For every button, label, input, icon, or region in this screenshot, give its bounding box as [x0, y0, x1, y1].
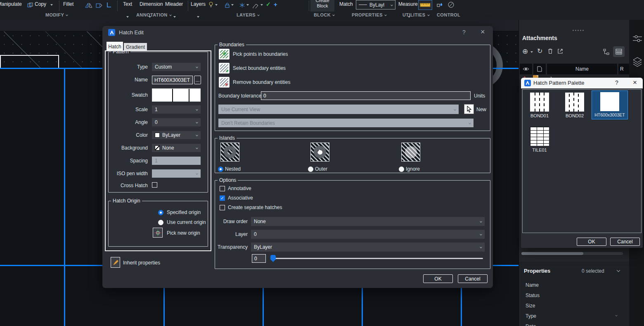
rectangle-entity[interactable]	[0, 55, 59, 69]
color-combo[interactable]: ByLayer	[152, 131, 201, 139]
layers-button[interactable]: Layers	[191, 1, 206, 7]
mirror-icon[interactable]	[85, 2, 92, 10]
linetype-combo[interactable]: ByLayl	[356, 0, 395, 10]
text-button[interactable]: Text	[123, 1, 132, 7]
column-visibility[interactable]	[520, 64, 532, 74]
layers-dropdown-caret[interactable]	[197, 16, 199, 18]
copy-button[interactable]: Copy	[35, 1, 46, 7]
pattern-tile-selected[interactable]: HT600x3003ET	[592, 90, 628, 119]
ignore-preview[interactable]	[401, 143, 420, 162]
dialog-close-icon[interactable]: ×	[481, 28, 485, 36]
ribbon-group-properties[interactable]: PROPERTIES	[352, 12, 386, 17]
layer-on-off-caret[interactable]	[215, 4, 218, 6]
outer-radio[interactable]	[308, 167, 313, 172]
ok-button[interactable]: OK	[423, 274, 453, 283]
text-dropdown-caret[interactable]	[126, 16, 129, 18]
browse-pattern-button[interactable]: ...	[194, 76, 201, 84]
layer-add-icon[interactable]: +	[274, 1, 277, 8]
filters-icon[interactable]	[632, 34, 642, 45]
palette-close-icon[interactable]: ×	[633, 79, 637, 87]
create-block-button[interactable]: Create Block	[310, 0, 334, 12]
ignore-radio[interactable]	[399, 167, 404, 172]
fillet-button[interactable]: Fillet	[63, 1, 73, 7]
measure-button[interactable]: Measure	[398, 1, 418, 7]
wall-line-vertical-1[interactable]	[64, 68, 65, 326]
ribbon-group-annotation[interactable]: ANNOTATION	[136, 12, 171, 17]
tree-view-icon[interactable]	[603, 49, 610, 57]
horizontal-scrollbar[interactable]	[521, 252, 623, 255]
name-input[interactable]: HT600X3003ET	[152, 76, 193, 84]
property-row-type[interactable]: Type	[526, 313, 536, 319]
annotative-checkbox[interactable]	[220, 186, 225, 191]
reload-icon[interactable]: ↻	[537, 47, 542, 55]
layer-lock-icon[interactable]	[225, 2, 230, 10]
layer-combo[interactable]: 0	[251, 230, 485, 239]
palette-cancel-button[interactable]: Cancel	[610, 238, 640, 246]
nested-radio[interactable]	[218, 167, 223, 172]
extend-icon[interactable]	[107, 2, 111, 10]
manipulate-button[interactable]: Manipulate	[0, 1, 22, 7]
property-row-name[interactable]: Name	[526, 282, 539, 288]
boundary-tolerance-input[interactable]: 0	[261, 91, 471, 100]
ribbon-group-utilities[interactable]: UTILITIES	[402, 12, 429, 17]
mleader-dropdown-caret[interactable]	[173, 16, 176, 18]
layer-isolate-caret[interactable]	[260, 4, 263, 6]
outer-preview[interactable]	[310, 143, 329, 162]
panel-grip[interactable]	[573, 25, 585, 33]
scrollbar-thumb[interactable]	[521, 252, 583, 255]
specified-origin-radio[interactable]	[158, 210, 163, 215]
layer-isolate-icon[interactable]	[253, 2, 259, 10]
ribbon-group-control[interactable]: CONTROL	[437, 12, 460, 17]
cross-hatch-checkbox[interactable]	[152, 182, 157, 188]
scale-rect-icon[interactable]	[96, 2, 103, 10]
view-control-icon[interactable]	[447, 1, 455, 10]
separate-hatches-checkbox[interactable]	[220, 205, 225, 210]
property-row-size[interactable]: Size	[526, 303, 535, 309]
ribbon-group-layers[interactable]: LAYERS	[237, 12, 259, 17]
use-current-origin-radio[interactable]	[158, 220, 163, 225]
hatch-edit-titlebar[interactable]: Hatch Edit ? ×	[102, 26, 493, 39]
inherit-properties-button[interactable]	[111, 257, 120, 268]
background-combo[interactable]: None	[152, 144, 201, 152]
layer-on-off-icon[interactable]	[208, 2, 214, 10]
add-attachment-caret[interactable]	[530, 51, 533, 53]
transparency-combo[interactable]: ByLayer	[251, 243, 485, 252]
dialog-help-button[interactable]: ?	[462, 29, 466, 36]
match-button[interactable]: Match	[339, 1, 353, 7]
swatch-preview[interactable]	[152, 88, 201, 102]
copy-dropdown-caret[interactable]	[50, 4, 53, 6]
select-boundary-button[interactable]: +	[219, 63, 230, 74]
measure-tool-button[interactable]	[418, 0, 432, 10]
column-type[interactable]	[533, 64, 546, 74]
column-r[interactable]: R	[618, 64, 629, 74]
property-row-status[interactable]: Status	[526, 293, 540, 298]
add-attachment-icon[interactable]: ⊕	[522, 47, 528, 56]
transparency-slider-track[interactable]	[272, 258, 483, 259]
table-view-button[interactable]	[613, 46, 625, 57]
scale-combo[interactable]: 1	[152, 105, 201, 114]
pick-points-button[interactable]: +	[219, 49, 230, 59]
palette-ok-button[interactable]: OK	[577, 238, 606, 246]
open-external-icon[interactable]	[557, 48, 564, 56]
angle-combo[interactable]: 0	[152, 118, 201, 126]
layer-lock-caret[interactable]	[231, 4, 234, 6]
layer-freeze-caret[interactable]	[246, 4, 249, 6]
dimension-button[interactable]: Dimension	[140, 1, 163, 7]
layers-stack-icon[interactable]	[632, 56, 642, 69]
associative-checkbox[interactable]: ✓	[220, 195, 225, 201]
palette-help-button[interactable]: ?	[615, 79, 618, 86]
ribbon-group-modify[interactable]: MODIFY	[45, 12, 68, 17]
layer-check-icon[interactable]: ✓	[266, 1, 271, 7]
pick-new-origin-button[interactable]	[153, 228, 163, 238]
type-combo[interactable]: Custom	[152, 63, 201, 71]
layer-freeze-icon[interactable]	[239, 2, 245, 10]
column-name[interactable]: Name	[547, 64, 617, 74]
pattern-tile-bond01[interactable]	[530, 93, 549, 112]
pattern-tile-bond02[interactable]	[565, 93, 584, 112]
trash-icon[interactable]	[547, 48, 554, 56]
mleader-button[interactable]: Mleader	[165, 1, 183, 7]
paint-control-icon[interactable]	[437, 2, 443, 10]
new-boundary-set-button[interactable]	[464, 104, 474, 114]
pattern-tile-tile01[interactable]	[530, 127, 549, 146]
cancel-button[interactable]: Cancel	[458, 274, 488, 283]
